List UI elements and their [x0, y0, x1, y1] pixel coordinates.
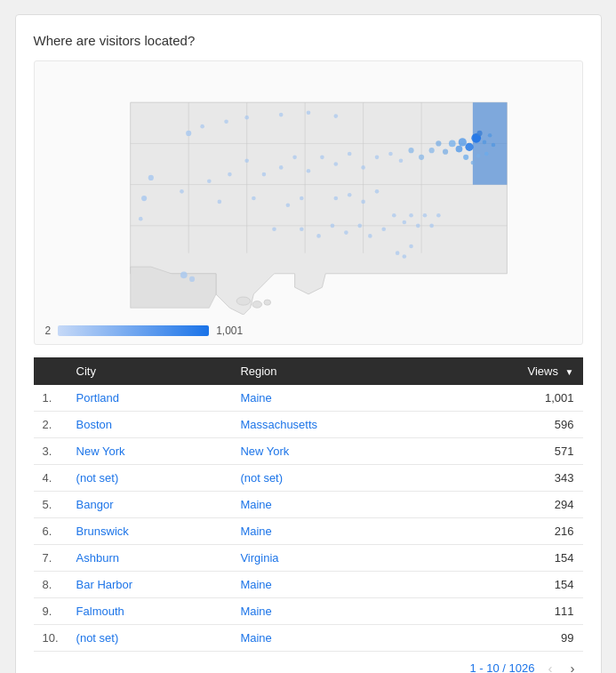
city-link[interactable]: Boston: [76, 418, 112, 431]
svg-point-48: [361, 200, 365, 204]
table-row: 10.(not set)Maine99: [34, 625, 583, 652]
rank-col-header: [34, 357, 68, 385]
region-cell[interactable]: Virginia: [231, 545, 441, 572]
svg-point-62: [402, 220, 406, 225]
region-link[interactable]: Maine: [240, 631, 271, 645]
city-link[interactable]: (not set): [76, 631, 119, 645]
region-link[interactable]: Maine: [240, 605, 271, 618]
svg-point-72: [180, 271, 187, 278]
city-link[interactable]: (not set): [76, 471, 119, 485]
rank-cell: 10.: [34, 625, 68, 652]
rank-cell: 3.: [34, 438, 68, 465]
svg-point-52: [252, 196, 256, 201]
svg-point-19: [244, 116, 249, 120]
svg-point-65: [422, 213, 427, 218]
svg-point-23: [148, 175, 153, 180]
city-link[interactable]: Falmouth: [76, 605, 124, 618]
city-col-header[interactable]: City: [68, 357, 232, 385]
city-link[interactable]: New York: [76, 445, 125, 458]
city-cell[interactable]: (not set): [68, 625, 232, 652]
svg-point-30: [261, 172, 266, 177]
region-link[interactable]: Massachusetts: [240, 418, 317, 431]
svg-point-17: [200, 124, 204, 129]
svg-point-32: [292, 156, 297, 160]
city-link[interactable]: Bar Harbor: [76, 578, 133, 591]
region-cell[interactable]: New York: [231, 438, 441, 465]
rank-cell: 2.: [34, 412, 68, 438]
region-link[interactable]: Maine: [240, 391, 271, 405]
svg-point-18: [224, 119, 228, 124]
region-cell[interactable]: Maine: [231, 385, 441, 412]
prev-button[interactable]: ‹: [544, 659, 557, 673]
city-link[interactable]: Portland: [76, 391, 119, 405]
city-cell[interactable]: New York: [68, 438, 232, 465]
region-cell[interactable]: Maine: [231, 518, 441, 545]
usa-map: [35, 61, 582, 315]
table-row: 6.BrunswickMaine216: [34, 518, 583, 545]
views-cell: 154: [441, 572, 582, 598]
region-cell[interactable]: Maine: [231, 598, 441, 625]
rank-cell: 8.: [34, 572, 68, 598]
svg-point-47: [347, 193, 351, 197]
city-link[interactable]: Ashburn: [76, 551, 119, 565]
city-cell[interactable]: (not set): [68, 465, 232, 492]
views-cell: 343: [441, 465, 582, 492]
svg-point-46: [333, 196, 338, 201]
city-link[interactable]: Bangor: [76, 498, 114, 511]
city-cell[interactable]: Portland: [68, 385, 232, 412]
city-cell[interactable]: Brunswick: [68, 518, 232, 545]
pagination: 1 - 10 / 1026 ‹ ›: [34, 652, 583, 673]
views-cell: 216: [441, 518, 582, 545]
svg-point-24: [141, 196, 147, 201]
table-row: 2.BostonMassachusetts596: [34, 412, 583, 438]
svg-point-14: [455, 146, 462, 153]
svg-point-74: [487, 133, 492, 138]
table-row: 8.Bar HarborMaine154: [34, 572, 583, 598]
table-row: 9.FalmouthMaine111: [34, 598, 583, 625]
city-cell[interactable]: Ashburn: [68, 545, 232, 572]
region-link[interactable]: Maine: [240, 525, 271, 538]
views-col-header[interactable]: Views ▼: [441, 357, 582, 385]
svg-point-58: [357, 224, 362, 228]
region-link[interactable]: New York: [240, 445, 289, 458]
svg-point-49: [374, 189, 379, 194]
svg-point-20: [278, 113, 283, 117]
region-link[interactable]: (not set): [240, 471, 283, 485]
next-button[interactable]: ›: [566, 659, 580, 673]
region-cell[interactable]: Massachusetts: [231, 412, 441, 438]
map-container: 2 1,001: [34, 60, 583, 345]
svg-point-75: [482, 140, 486, 145]
region-cell[interactable]: (not set): [231, 465, 441, 492]
region-cell[interactable]: Maine: [231, 572, 441, 598]
svg-point-10: [263, 300, 270, 305]
svg-point-9: [252, 301, 261, 308]
svg-point-15: [448, 140, 455, 148]
city-link[interactable]: Brunswick: [76, 525, 129, 538]
legend-gradient: [58, 325, 209, 336]
svg-point-41: [408, 148, 413, 153]
city-cell[interactable]: Bar Harbor: [68, 572, 232, 598]
region-cell[interactable]: Maine: [231, 625, 441, 652]
main-card: Where are visitors located?: [15, 14, 602, 673]
rank-cell: 1.: [34, 385, 68, 412]
svg-point-73: [188, 276, 194, 282]
svg-point-70: [402, 254, 406, 259]
city-cell[interactable]: Boston: [68, 412, 232, 438]
region-cell[interactable]: Maine: [231, 492, 441, 518]
city-cell[interactable]: Falmouth: [68, 598, 232, 625]
table-body: 1.PortlandMaine1,0012.BostonMassachusett…: [34, 385, 583, 652]
views-cell: 111: [441, 598, 582, 625]
svg-point-79: [463, 155, 468, 160]
svg-point-31: [278, 165, 283, 170]
table-header-row: City Region Views ▼: [34, 357, 583, 385]
svg-point-12: [465, 143, 473, 151]
region-col-header[interactable]: Region: [231, 357, 441, 385]
region-link[interactable]: Maine: [240, 578, 271, 591]
svg-point-13: [458, 138, 466, 146]
svg-point-76: [491, 143, 495, 148]
region-link[interactable]: Maine: [240, 498, 271, 511]
region-link[interactable]: Virginia: [240, 551, 278, 565]
svg-point-38: [374, 156, 379, 160]
rank-cell: 9.: [34, 598, 68, 625]
city-cell[interactable]: Bangor: [68, 492, 232, 518]
